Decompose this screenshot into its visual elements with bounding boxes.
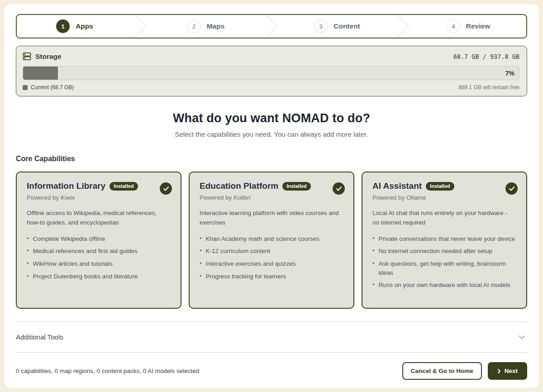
capability-cards: Information Library Installed Powered by…: [16, 172, 527, 309]
storage-title: Storage: [35, 53, 62, 61]
step-review[interactable]: 4 Review: [410, 15, 526, 38]
card-description: Interactive learning platform with video…: [200, 209, 344, 228]
list-item: •WikiHow articles and tutorials: [27, 259, 171, 268]
card-title: Information Library: [27, 181, 105, 191]
card-education-platform[interactable]: Education Platform Installed Powered by …: [189, 172, 354, 309]
card-description: Offline access to Wikipedia, medical ref…: [27, 209, 171, 228]
list-item: •Runs on your own hardware with local AI…: [372, 281, 517, 290]
step-label: Maps: [207, 22, 225, 30]
chevron-down-icon: [518, 335, 525, 339]
list-item: •Ask questions, get help with writing, b…: [372, 259, 517, 277]
bullet-dot: •: [372, 234, 375, 244]
selection-summary: 0 capabilities, 0 map regions, 0 content…: [16, 368, 199, 374]
card-feature-list: •Complete Wikipedia offline •Medical ref…: [27, 234, 171, 281]
chevron-right-icon: [497, 368, 501, 374]
selected-check-icon: [333, 182, 345, 195]
installed-badge: Installed: [110, 182, 138, 191]
bullet-dot: •: [200, 247, 202, 256]
list-item: •No internet connection needed after set…: [372, 247, 517, 256]
setup-wizard-panel: 1 Apps 2 Maps 3 Content 4 Review: [4, 4, 539, 388]
card-title: AI Assistant: [372, 181, 422, 191]
bullet-dot: •: [27, 259, 29, 268]
storage-database-icon: [23, 52, 31, 61]
powered-by-label: Powered by Kiwix: [27, 194, 171, 201]
step-separator-chevron-icon: [395, 15, 410, 38]
storage-progress-fill: [23, 67, 58, 80]
list-item: •Progress tracking for learners: [200, 272, 344, 281]
powered-by-label: Powered by Ollama: [372, 194, 517, 201]
step-number-badge: 1: [56, 19, 70, 33]
bullet-dot: •: [27, 247, 29, 256]
page-subtitle: Select the capabilities you need. You ca…: [16, 130, 527, 138]
installed-badge: Installed: [426, 182, 454, 191]
step-maps[interactable]: 2 Maps: [148, 15, 264, 38]
step-number-badge: 2: [187, 19, 201, 33]
bullet-dot: •: [372, 259, 375, 277]
list-item: •Project Gutenberg books and literature: [27, 272, 171, 281]
cancel-button[interactable]: Cancel & Go to Home: [402, 362, 482, 380]
page-title: What do you want NOMAD to do?: [16, 111, 527, 125]
bullet-dot: •: [27, 234, 29, 244]
storage-free-label: 869.1 GB will remain free: [458, 84, 519, 91]
step-number-badge: 3: [314, 19, 328, 33]
storage-panel: Storage 68.7 GB / 937.8 GB 7% Current (6…: [16, 46, 527, 96]
storage-progress-bar: 7%: [23, 66, 519, 80]
core-capabilities-heading: Core Capabilities: [16, 155, 527, 163]
card-feature-list: •Private conversations that never leave …: [372, 234, 517, 290]
next-button[interactable]: Next: [488, 362, 527, 380]
section-divider: [16, 352, 527, 353]
wizard-stepper: 1 Apps 2 Maps 3 Content 4 Review: [16, 14, 527, 38]
card-information-library[interactable]: Information Library Installed Powered by…: [16, 172, 181, 309]
step-label: Apps: [76, 22, 93, 30]
bullet-dot: •: [200, 259, 202, 268]
selected-check-icon: [160, 182, 172, 195]
list-item: •K-12 curriculum content: [200, 247, 344, 256]
legend-current-swatch: [23, 85, 28, 90]
bullet-dot: •: [200, 272, 202, 281]
card-description: Local AI chat that runs entirely on your…: [372, 209, 517, 228]
card-feature-list: •Khan Academy math and science courses •…: [200, 234, 344, 281]
bullet-dot: •: [372, 247, 375, 256]
list-item: •Complete Wikipedia offline: [27, 234, 171, 244]
list-item: •Medical references and first aid guides: [27, 247, 171, 256]
step-apps[interactable]: 1 Apps: [17, 15, 133, 38]
step-separator-chevron-icon: [264, 15, 279, 38]
step-separator-chevron-icon: [133, 15, 148, 38]
bullet-dot: •: [200, 234, 202, 244]
step-number-badge: 4: [447, 19, 460, 33]
bullet-dot: •: [372, 281, 375, 290]
installed-badge: Installed: [282, 182, 311, 191]
step-label: Review: [466, 22, 490, 30]
list-item: •Khan Academy math and science courses: [200, 234, 344, 244]
step-label: Content: [333, 22, 360, 30]
card-ai-assistant[interactable]: AI Assistant Installed Powered by Ollama…: [362, 172, 527, 309]
card-title: Education Platform: [200, 181, 278, 191]
list-item: •Interactive exercises and quizzes: [200, 259, 344, 268]
legend-current-label: Current (68.7 GB): [31, 84, 74, 91]
storage-usage-value: 68.7 GB / 937.8 GB: [453, 53, 519, 60]
list-item: •Private conversations that never leave …: [372, 234, 517, 244]
step-content[interactable]: 3 Content: [279, 15, 395, 38]
bullet-dot: •: [27, 272, 29, 281]
powered-by-label: Powered by Kolibri: [200, 194, 344, 201]
storage-percent-label: 7%: [505, 70, 519, 77]
selected-check-icon: [505, 182, 518, 195]
additional-tools-toggle[interactable]: Additional Tools: [16, 322, 527, 352]
additional-tools-label: Additional Tools: [16, 333, 63, 341]
